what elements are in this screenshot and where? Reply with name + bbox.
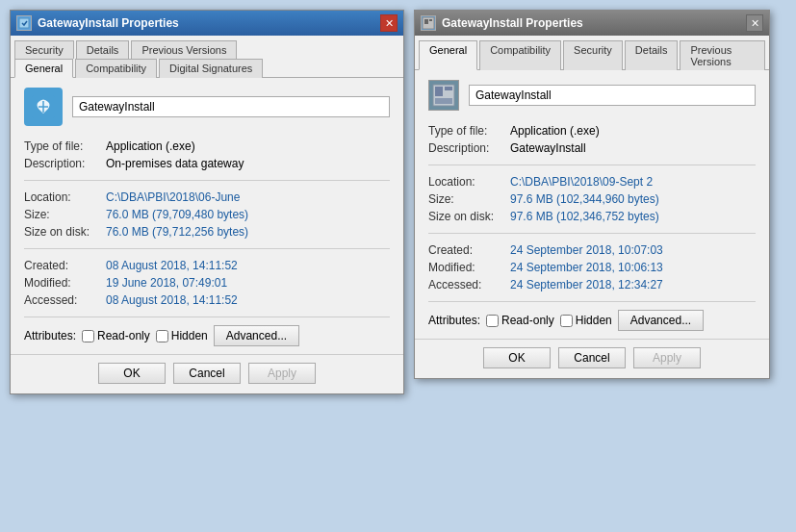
left-cancel-button[interactable]: Cancel [173,363,241,384]
right-size-label: Size: [428,190,510,208]
right-ok-button[interactable]: OK [483,347,551,368]
right-dates-table: Created: 24 September 2018, 10:07:03 Mod… [428,241,756,293]
left-close-button[interactable]: ✕ [380,14,398,32]
right-attributes-label: Attributes: [428,314,480,327]
svg-rect-3 [424,19,428,24]
left-created-value: 08 August 2018, 14:11:52 [106,257,390,274]
left-dialog-footer: OK Cancel Apply [11,354,403,393]
right-created-value: 24 September 2018, 10:07:03 [510,241,756,259]
right-cancel-button[interactable]: Cancel [558,347,626,368]
right-accessed-value: 24 September 2018, 12:34:27 [510,276,756,293]
right-accessed-label: Accessed: [428,276,510,293]
left-title-bar: GatewayInstall Properties ✕ [11,11,403,36]
right-modified-label: Modified: [428,259,510,276]
right-file-icon [428,80,459,111]
left-file-name-input[interactable] [72,96,390,117]
tab-details[interactable]: Details [76,40,130,59]
right-desc-label: Description: [428,139,510,157]
left-desc-label: Description: [24,155,106,172]
right-hidden-label[interactable]: Hidden [560,314,612,327]
right-file-name-input[interactable] [469,85,756,106]
right-tab-general[interactable]: General [419,40,477,70]
tab-security[interactable]: Security [14,40,74,59]
svg-rect-0 [19,18,29,28]
right-location-value: C:\DBA\PBI\2018\09-Sept 2 [510,173,756,190]
right-info-table: Type of file: Application (.exe) Descrip… [428,122,756,157]
left-size-disk-label: Size on disk: [24,223,106,241]
right-size-disk-value: 97.6 MB (102,346,752 bytes) [510,208,756,225]
left-readonly-label[interactable]: Read-only [82,329,150,342]
svg-rect-6 [435,87,443,96]
right-type-label: Type of file: [428,122,510,139]
svg-rect-7 [445,87,452,90]
left-dates-table: Created: 08 August 2018, 14:11:52 Modifi… [24,257,390,309]
left-path-table: Location: C:\DBA\PBI\2018\06-June Size: … [24,189,390,241]
left-hidden-checkbox[interactable] [156,330,168,342]
left-type-value: Application (.exe) [106,138,390,155]
left-size-label: Size: [24,206,106,223]
right-dialog: GatewayInstall Properties ✕ General Comp… [414,10,770,379]
left-type-label: Type of file: [24,138,106,155]
left-dialog-body: Type of file: Application (.exe) Descrip… [11,78,403,354]
right-created-label: Created: [428,241,510,259]
left-modified-value: 19 June 2018, 07:49:01 [106,274,390,291]
right-size-value: 97.6 MB (102,344,960 bytes) [510,190,756,208]
left-created-label: Created: [24,257,106,274]
left-location-value: C:\DBA\PBI\2018\06-June [106,189,390,206]
right-location-label: Location: [428,173,510,190]
tab-previous-versions-row1[interactable]: Previous Versions [131,40,237,59]
left-accessed-label: Accessed: [24,291,106,309]
right-readonly-label[interactable]: Read-only [486,314,554,327]
left-file-header [24,88,390,126]
left-size-value: 76.0 MB (79,709,480 bytes) [106,206,390,223]
right-desc-value: GatewayInstall [510,139,756,157]
right-attributes-row: Attributes: Read-only Hidden Advanced... [428,310,756,331]
left-file-icon [24,88,63,126]
left-advanced-button[interactable]: Advanced... [214,325,299,346]
left-apply-button[interactable]: Apply [248,363,316,384]
left-accessed-value: 08 August 2018, 14:11:52 [106,291,390,309]
left-dialog: GatewayInstall Properties ✕ Security Det… [10,10,404,394]
right-tab-details[interactable]: Details [625,40,679,70]
tab-compatibility[interactable]: Compatibility [75,59,157,78]
right-apply-button[interactable]: Apply [633,347,701,368]
right-advanced-button[interactable]: Advanced... [618,310,704,331]
right-size-disk-label: Size on disk: [428,208,510,225]
left-hidden-label[interactable]: Hidden [156,329,208,342]
right-dialog-body: Type of file: Application (.exe) Descrip… [415,70,769,339]
left-desc-value: On-premises data gateway [106,155,390,172]
left-attributes-row: Attributes: Read-only Hidden Advanced... [24,325,390,346]
left-readonly-checkbox[interactable] [82,330,94,342]
left-dialog-title: GatewayInstall Properties [38,16,179,30]
right-title-bar-left: GatewayInstall Properties [421,15,583,31]
left-title-bar-left: GatewayInstall Properties [16,15,179,31]
right-modified-value: 24 September 2018, 10:06:13 [510,259,756,276]
tab-digital-signatures[interactable]: Digital Signatures [159,59,263,78]
left-location-label: Location: [24,189,106,206]
left-modified-label: Modified: [24,274,106,291]
right-dialog-footer: OK Cancel Apply [415,339,769,378]
right-title-bar: GatewayInstall Properties ✕ [415,11,769,36]
right-readonly-checkbox[interactable] [486,315,499,327]
right-close-button[interactable]: ✕ [746,14,763,32]
right-path-table: Location: C:\DBA\PBI\2018\09-Sept 2 Size… [428,173,756,225]
right-tab-security[interactable]: Security [563,40,623,70]
right-type-value: Application (.exe) [510,122,756,139]
right-tab-compatibility[interactable]: Compatibility [479,40,561,70]
right-dialog-title: GatewayInstall Properties [442,16,583,30]
left-size-disk-value: 76.0 MB (79,712,256 bytes) [106,223,390,241]
left-info-table: Type of file: Application (.exe) Descrip… [24,138,390,172]
right-hidden-checkbox[interactable] [560,315,573,327]
right-tab-previous-versions[interactable]: Previous Versions [680,40,765,70]
right-app-icon [421,15,436,31]
tab-general[interactable]: General [14,59,73,78]
svg-rect-8 [435,98,452,104]
left-app-icon [16,15,32,31]
left-attributes-label: Attributes: [24,329,76,342]
right-file-header [428,80,756,111]
svg-rect-4 [429,19,432,21]
left-ok-button[interactable]: OK [98,363,166,384]
